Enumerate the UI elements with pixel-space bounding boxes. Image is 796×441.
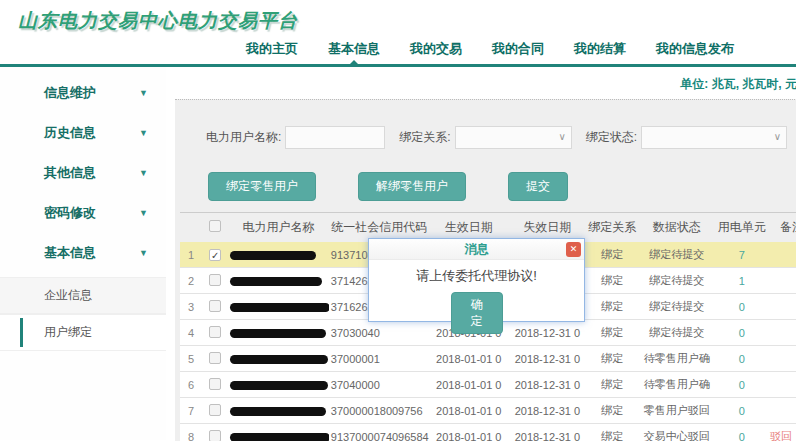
data-status-cell: 绑定待提交 xyxy=(638,268,716,294)
power-unit-link[interactable]: 0 xyxy=(716,346,768,372)
col-bind-relation: 绑定关系 xyxy=(587,213,638,243)
expiry-date-cell: 2018-12-31 0 xyxy=(508,398,587,424)
row-number: 5 xyxy=(180,346,202,372)
sidebar-submenu: 企业信息用户绑定 xyxy=(0,277,166,351)
nav-tab[interactable]: 我的主页 xyxy=(246,40,298,58)
redacted-user-name xyxy=(230,277,322,286)
data-status-cell: 交易中心驳回 xyxy=(638,424,716,441)
bind-retail-user-button[interactable]: 绑定零售用户 xyxy=(208,172,316,201)
remark-cell xyxy=(768,398,796,424)
chevron-down-icon: ∨ xyxy=(774,131,781,142)
credit-code-cell: 37000001 xyxy=(329,346,430,372)
power-unit-link[interactable]: 0 xyxy=(716,294,768,320)
redacted-user-name xyxy=(230,303,329,312)
relation-label: 绑定关系: xyxy=(399,129,450,146)
table-row[interactable]: 7 370000018009756 2018-01-01 0 2018-12-3… xyxy=(180,398,796,424)
remark-cell xyxy=(768,372,796,398)
nav-tab[interactable]: 我的信息发布 xyxy=(656,40,734,58)
row-checkbox[interactable] xyxy=(209,378,221,390)
top-nav: 我的主页基本信息我的交易我的合同我的结算我的信息发布 xyxy=(0,36,796,64)
power-unit-link[interactable]: 0 xyxy=(716,398,768,424)
submit-button[interactable]: 提交 xyxy=(508,172,568,201)
row-checkbox[interactable] xyxy=(209,352,221,364)
data-status-cell: 绑定待提交 xyxy=(638,242,716,268)
row-checkbox[interactable] xyxy=(209,300,221,312)
status-select[interactable]: ∨ xyxy=(641,126,787,149)
row-checkbox[interactable] xyxy=(209,404,221,416)
nav-tab[interactable]: 我的交易 xyxy=(410,40,462,58)
redacted-user-name xyxy=(230,329,326,338)
confirm-button[interactable]: 确定 xyxy=(451,292,503,334)
dialog-title: 消息 xyxy=(465,242,489,256)
row-number: 4 xyxy=(180,320,202,346)
select-all-checkbox-header xyxy=(202,213,228,243)
row-checkbox[interactable]: ✓ xyxy=(209,249,221,261)
data-status-cell: 待零售用户确 xyxy=(638,346,716,372)
row-number: 1 xyxy=(180,242,202,268)
expiry-date-cell: 2018-12-31 0 xyxy=(508,424,587,441)
power-unit-link[interactable]: 0 xyxy=(716,424,768,441)
message-dialog: 消息 ✕ 请上传委托代理协议! 确定 xyxy=(368,238,585,322)
select-all-checkbox[interactable] xyxy=(209,220,221,232)
bind-relation-cell: 绑定 xyxy=(587,268,638,294)
sidebar-subitem[interactable]: 用户绑定 xyxy=(0,314,166,351)
power-trading-platform-page: 山东电力交易中心电力交易平台 我的主页基本信息我的交易我的合同我的结算我的信息发… xyxy=(0,0,796,441)
sidebar-section[interactable]: 其他信息 ▼ xyxy=(0,153,166,193)
dialog-header[interactable]: 消息 ✕ xyxy=(369,239,584,260)
col-power-unit: 用电单元 xyxy=(716,213,768,243)
credit-code-cell: 37040000 xyxy=(329,372,430,398)
row-number: 3 xyxy=(180,294,202,320)
dialog-message: 请上传委托代理协议! xyxy=(369,267,584,285)
credit-code-cell: 370000018009756 xyxy=(329,398,430,424)
sidebar-section[interactable]: 历史信息 ▼ xyxy=(0,113,166,153)
sidebar-section[interactable]: 密码修改 ▼ xyxy=(0,193,166,233)
row-checkbox[interactable] xyxy=(209,326,221,338)
status-label: 绑定状态: xyxy=(586,129,637,146)
chevron-down-icon: ∨ xyxy=(558,131,565,142)
chevron-down-icon: ▼ xyxy=(139,88,148,98)
table-row[interactable]: 5 37000001 2018-01-01 0 2018-12-31 0 绑定 … xyxy=(180,346,796,372)
row-checkbox[interactable] xyxy=(209,274,221,286)
redacted-user-name xyxy=(230,251,316,260)
remark-cell: 驳回：代理 xyxy=(768,424,796,441)
power-unit-link[interactable]: 7 xyxy=(716,242,768,268)
power-unit-link[interactable]: 0 xyxy=(716,372,768,398)
remark-cell xyxy=(768,294,796,320)
bind-relation-cell: 绑定 xyxy=(587,294,638,320)
nav-tab[interactable]: 我的结算 xyxy=(574,40,626,58)
row-number: 6 xyxy=(180,372,202,398)
row-number: 8 xyxy=(180,424,202,441)
relation-select[interactable]: ∨ xyxy=(455,126,572,149)
unbind-retail-user-button[interactable]: 解绑零售用户 xyxy=(358,172,466,201)
sidebar-sections: 信息维护 ▼ 历史信息 ▼ 其他信息 ▼ 密码修改 ▼ 基本信息 ▼ xyxy=(0,73,166,273)
bind-relation-cell: 绑定 xyxy=(587,424,638,441)
nav-tab[interactable]: 我的合同 xyxy=(492,40,544,58)
user-name-input[interactable] xyxy=(285,126,385,149)
redacted-user-name xyxy=(230,355,328,364)
effective-date-cell: 2018-01-01 0 xyxy=(429,372,508,398)
user-name-label: 电力用户名称: xyxy=(206,129,281,146)
table-row[interactable]: 8 9137000074096584 2018-01-01 0 2018-12-… xyxy=(180,424,796,441)
sidebar-subitem[interactable]: 企业信息 xyxy=(0,277,166,314)
bind-relation-cell: 绑定 xyxy=(587,346,638,372)
table-row[interactable]: 6 37040000 2018-01-01 0 2018-12-31 0 绑定 … xyxy=(180,372,796,398)
redacted-user-name xyxy=(230,381,328,390)
close-icon[interactable]: ✕ xyxy=(566,242,581,257)
chevron-down-icon: ▼ xyxy=(139,168,148,178)
expiry-date-cell: 2018-12-31 0 xyxy=(508,320,587,346)
power-unit-link[interactable]: 1 xyxy=(716,268,768,294)
power-unit-link[interactable]: 0 xyxy=(716,320,768,346)
redacted-user-name xyxy=(230,407,326,416)
row-checkbox[interactable] xyxy=(209,430,221,441)
effective-date-cell: 2018-01-01 0 xyxy=(429,398,508,424)
credit-code-cell: 9137000074096584 xyxy=(329,424,430,441)
data-status-cell: 零售用户驳回 xyxy=(638,398,716,424)
redacted-user-name xyxy=(230,433,329,441)
sidebar-section[interactable]: 基本信息 ▼ xyxy=(0,233,166,273)
remark-cell xyxy=(768,242,796,268)
expiry-date-cell: 2018-12-31 0 xyxy=(508,372,587,398)
sidebar-section[interactable]: 信息维护 ▼ xyxy=(0,73,166,113)
bind-relation-cell: 绑定 xyxy=(587,372,638,398)
credit-code-cell: 37030040 xyxy=(329,320,430,346)
nav-tab[interactable]: 基本信息 xyxy=(328,40,380,58)
